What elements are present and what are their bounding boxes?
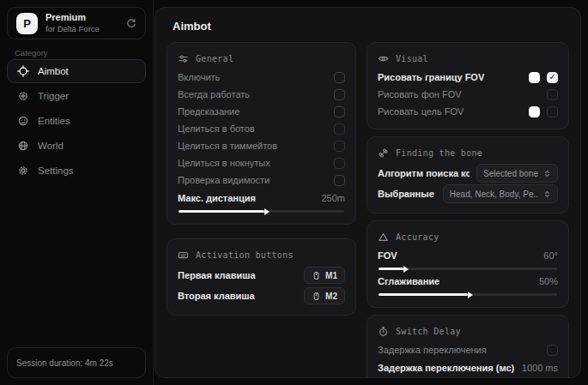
toggle-label: Предсказание [178, 106, 239, 117]
checkbox-fov-target[interactable] [547, 106, 558, 117]
card-visual: Visual Рисовать границу FOV Рисовать фон… [367, 42, 569, 129]
stopwatch-icon [378, 326, 389, 337]
select-value: Selected bone [483, 169, 538, 178]
checkbox-prediction[interactable] [334, 106, 345, 117]
smoothing-slider-block: Сглаживание 50% [378, 273, 558, 296]
sidebar-item-label: Aimbot [38, 66, 69, 76]
slider-thumb[interactable] [468, 292, 473, 298]
visual-label: Рисовать цель FOV [378, 106, 464, 117]
toggle-row-enable: Включить [178, 69, 345, 86]
select-value: Head, Neck, Body, Pe.. [450, 189, 538, 199]
sidebar-item-entities[interactable]: Entities [7, 109, 146, 133]
app-window: P Premium for Delta Force Category Aimbo… [0, 0, 588, 385]
chevron-updown-icon [543, 170, 551, 177]
brand-subtitle: for Delta Force [45, 24, 100, 34]
sliders-icon [178, 53, 189, 64]
card-activation-buttons: Activation buttons Первая клавиша M1 [167, 238, 356, 316]
fov-slider[interactable] [379, 268, 557, 270]
toggle-row-target-teammates: Целиться в тиммейтов [178, 137, 345, 154]
card-title: Visual [396, 54, 428, 63]
slider-label: Сглаживание [378, 276, 439, 286]
card-accuracy: Accuracy FOV 60° Сглаживание [367, 220, 569, 308]
keybind-button-primary[interactable]: M1 [304, 267, 345, 284]
card-switch-delay: Switch Delay Задержка переключения Задер… [367, 315, 569, 378]
crosshair-icon [17, 65, 29, 77]
right-column: Visual Рисовать границу FOV Рисовать фон… [367, 42, 569, 378]
max-distance-slider[interactable] [179, 210, 344, 213]
slider-value: 60° [543, 250, 558, 261]
keybind-label: Первая клавиша [178, 270, 256, 280]
mouse-icon [312, 271, 321, 280]
toggle-label: Задержка переключения [378, 345, 487, 355]
session-duration-text: Session duration: 4m 22s [16, 358, 113, 368]
sidebar-item-aimbot[interactable]: Aimbot [7, 59, 146, 83]
keyboard-icon [178, 250, 189, 261]
checkbox-target-teammates[interactable] [334, 141, 345, 152]
slider-label: Макс. дистанция [178, 193, 256, 203]
sidebar: P Premium for Delta Force Category Aimbo… [0, 0, 154, 385]
checkbox-switch-delay[interactable] [547, 345, 558, 356]
brand-card: P Premium for Delta Force [7, 7, 146, 39]
slider-thumb[interactable] [403, 266, 409, 273]
toggle-label: Целиться в ботов [178, 123, 255, 134]
card-title: Finding the bone [396, 148, 482, 158]
bone-row-algorithm: Алгоритм поиска кости Selected bone [378, 163, 558, 183]
checkbox-enable[interactable] [334, 72, 345, 83]
sidebar-item-world[interactable]: World [7, 134, 146, 158]
category-label: Category [15, 48, 48, 57]
session-duration: Session duration: 4m 22s [7, 347, 146, 378]
max-distance-slider-block: Макс. дистанция 250m [178, 189, 345, 213]
toggle-label: Целиться в тиммейтов [178, 141, 277, 151]
visual-row-fov-background: Рисовать фон FOV [378, 86, 558, 103]
card-title: Accuracy [396, 232, 439, 242]
visual-row-fov-target: Рисовать цель FOV [378, 103, 558, 120]
card-general: General Включить Всегда работать Предска… [167, 42, 356, 225]
smoothing-slider[interactable] [379, 293, 557, 296]
checkbox-target-bots[interactable] [334, 123, 345, 135]
card-title: General [196, 54, 233, 63]
sidebar-item-settings[interactable]: Settings [7, 159, 146, 183]
checkbox-always-work[interactable] [334, 89, 345, 100]
toggle-row-switch-delay: Задержка переключения [378, 341, 558, 358]
keybind-row-primary: Первая клавиша M1 [178, 265, 345, 286]
refresh-icon[interactable] [125, 18, 136, 29]
color-swatch[interactable] [529, 106, 540, 117]
page-title: Aimbot [167, 20, 569, 33]
keybind-key: M2 [325, 292, 337, 301]
sidebar-item-trigger[interactable]: Trigger [7, 84, 146, 108]
toggle-row-always-work: Всегда работать [178, 86, 345, 103]
entities-icon [17, 115, 29, 127]
slider-value: 250m [321, 193, 345, 203]
checkbox-target-knocked[interactable] [334, 158, 345, 169]
card-switch-delay-header: Switch Delay [378, 322, 558, 340]
color-swatch[interactable] [529, 72, 540, 83]
checkbox-visibility-check[interactable] [334, 175, 345, 186]
toggle-label: Проверка видимости [178, 175, 270, 185]
keybind-button-secondary[interactable]: M2 [304, 287, 345, 304]
sidebar-nav: Aimbot Trigger Entities [7, 59, 146, 183]
slider-thumb[interactable] [397, 378, 402, 379]
keybind-row-secondary: Вторая клавиша M2 [178, 286, 345, 306]
sidebar-item-label: Entities [38, 116, 70, 126]
bone-label: Алгоритм поиска кости [378, 168, 470, 178]
selected-bones-select[interactable]: Head, Neck, Body, Pe.. [443, 184, 558, 203]
slider-thumb[interactable] [264, 208, 270, 215]
toggle-row-visibility-check: Проверка видимости [178, 171, 345, 189]
card-visual-header: Visual [378, 50, 558, 67]
visual-label: Рисовать фон FOV [378, 89, 462, 99]
card-title: Activation buttons [196, 250, 294, 260]
toggle-row-target-knocked: Целиться в нокнутых [178, 154, 345, 171]
checkbox-fov-border[interactable] [547, 72, 558, 83]
bone-algorithm-select[interactable]: Selected bone [476, 164, 558, 183]
bone-label: Выбранные кости [378, 189, 436, 199]
bone-row-selected: Выбранные кости Head, Neck, Body, Pe.. [378, 183, 558, 204]
checkbox-fov-background[interactable] [547, 89, 558, 100]
triangle-icon [378, 232, 389, 243]
globe-icon [17, 140, 29, 152]
main-panel: Aimbot General Включить [155, 7, 581, 378]
bone-icon [378, 147, 389, 159]
visual-label: Рисовать границу FOV [378, 72, 484, 82]
logo: P [16, 13, 38, 34]
slider-label: Задержка переключения (мс) [378, 363, 514, 373]
slider-label: FOV [378, 250, 397, 261]
